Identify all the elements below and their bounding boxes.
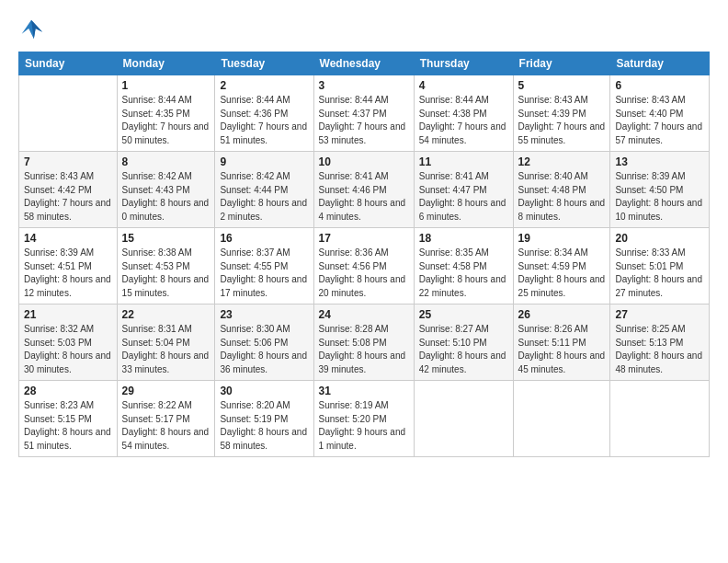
- calendar-cell: 18 Sunrise: 8:35 AM Sunset: 4:58 PM Dayl…: [414, 228, 513, 304]
- day-info: Sunrise: 8:20 AM Sunset: 5:19 PM Dayligh…: [220, 399, 308, 453]
- sunset-text: Sunset: 4:42 PM: [24, 185, 92, 195]
- calendar-cell: 6 Sunrise: 8:43 AM Sunset: 4:40 PM Dayli…: [610, 75, 710, 152]
- calendar-cell: 29 Sunrise: 8:22 AM Sunset: 5:17 PM Dayl…: [117, 381, 215, 457]
- day-number: 18: [419, 232, 508, 245]
- day-info: Sunrise: 8:25 AM Sunset: 5:13 PM Dayligh…: [615, 323, 704, 376]
- sunrise-text: Sunrise: 8:41 AM: [319, 171, 389, 181]
- day-info: Sunrise: 8:44 AM Sunset: 4:35 PM Dayligh…: [122, 94, 210, 147]
- calendar-header-row: SundayMondayTuesdayWednesdayThursdayFrid…: [19, 52, 710, 75]
- sunset-text: Sunset: 4:39 PM: [518, 109, 586, 119]
- daylight-text: Daylight: 7 hours and 53 minutes.: [319, 121, 406, 145]
- calendar-cell: 27 Sunrise: 8:25 AM Sunset: 5:13 PM Dayl…: [610, 304, 710, 381]
- calendar-cell: 5 Sunrise: 8:43 AM Sunset: 4:39 PM Dayli…: [513, 75, 610, 152]
- sunrise-text: Sunrise: 8:27 AM: [419, 324, 489, 334]
- sunset-text: Sunset: 5:17 PM: [122, 414, 190, 424]
- weekday-header-monday: Monday: [117, 52, 215, 75]
- day-info: Sunrise: 8:31 AM Sunset: 5:04 PM Dayligh…: [122, 323, 210, 376]
- day-number: 23: [220, 308, 308, 321]
- sunset-text: Sunset: 5:19 PM: [220, 414, 288, 424]
- sunset-text: Sunset: 4:58 PM: [419, 261, 487, 271]
- sunset-text: Sunset: 5:04 PM: [122, 338, 190, 348]
- day-info: Sunrise: 8:32 AM Sunset: 5:03 PM Dayligh…: [24, 323, 112, 376]
- sunset-text: Sunset: 4:35 PM: [122, 109, 190, 119]
- day-number: 5: [518, 79, 606, 92]
- day-info: Sunrise: 8:36 AM Sunset: 4:56 PM Dayligh…: [319, 247, 409, 300]
- logo-icon: [18, 17, 44, 42]
- sunrise-text: Sunrise: 8:37 AM: [220, 247, 290, 258]
- daylight-text: Daylight: 8 hours and 4 minutes.: [319, 198, 406, 222]
- daylight-text: Daylight: 8 hours and 58 minutes.: [220, 427, 307, 451]
- day-info: Sunrise: 8:28 AM Sunset: 5:08 PM Dayligh…: [319, 323, 409, 376]
- sunset-text: Sunset: 5:15 PM: [24, 414, 92, 424]
- sunrise-text: Sunrise: 8:28 AM: [319, 324, 389, 334]
- sunset-text: Sunset: 4:40 PM: [615, 109, 683, 119]
- sunrise-text: Sunrise: 8:32 AM: [24, 324, 94, 334]
- daylight-text: Daylight: 8 hours and 17 minutes.: [220, 274, 307, 298]
- day-info: Sunrise: 8:39 AM Sunset: 4:50 PM Dayligh…: [615, 170, 704, 224]
- day-info: Sunrise: 8:26 AM Sunset: 5:11 PM Dayligh…: [518, 323, 606, 376]
- daylight-text: Daylight: 8 hours and 36 minutes.: [220, 350, 307, 374]
- day-number: 25: [419, 308, 508, 321]
- day-info: Sunrise: 8:22 AM Sunset: 5:17 PM Dayligh…: [122, 399, 210, 453]
- daylight-text: Daylight: 9 hours and 1 minute.: [319, 427, 406, 451]
- day-number: 27: [615, 308, 704, 321]
- day-number: 31: [319, 385, 409, 397]
- sunset-text: Sunset: 5:06 PM: [220, 338, 288, 348]
- calendar-cell: 12 Sunrise: 8:40 AM Sunset: 4:48 PM Dayl…: [513, 152, 610, 228]
- day-number: 13: [615, 155, 704, 168]
- day-number: 28: [24, 385, 112, 397]
- sunset-text: Sunset: 4:38 PM: [419, 109, 487, 119]
- daylight-text: Daylight: 8 hours and 54 minutes.: [122, 427, 210, 451]
- day-number: 14: [24, 232, 112, 245]
- day-info: Sunrise: 8:42 AM Sunset: 4:44 PM Dayligh…: [220, 170, 308, 224]
- day-number: 26: [518, 308, 606, 321]
- calendar-cell: [513, 381, 610, 457]
- daylight-text: Daylight: 8 hours and 12 minutes.: [24, 274, 111, 298]
- calendar-week-row: 1 Sunrise: 8:44 AM Sunset: 4:35 PM Dayli…: [19, 75, 710, 152]
- sunset-text: Sunset: 4:37 PM: [319, 109, 387, 119]
- day-number: 6: [615, 79, 704, 92]
- day-number: 15: [122, 232, 210, 245]
- day-number: 21: [24, 308, 112, 321]
- day-number: 8: [122, 155, 210, 168]
- day-info: Sunrise: 8:23 AM Sunset: 5:15 PM Dayligh…: [24, 399, 112, 453]
- sunset-text: Sunset: 5:20 PM: [319, 414, 387, 424]
- sunrise-text: Sunrise: 8:22 AM: [122, 400, 192, 410]
- sunset-text: Sunset: 5:11 PM: [518, 338, 586, 348]
- calendar-week-row: 21 Sunrise: 8:32 AM Sunset: 5:03 PM Dayl…: [19, 304, 710, 381]
- sunset-text: Sunset: 4:36 PM: [220, 109, 288, 119]
- calendar-cell: 17 Sunrise: 8:36 AM Sunset: 4:56 PM Dayl…: [313, 228, 414, 304]
- day-info: Sunrise: 8:38 AM Sunset: 4:53 PM Dayligh…: [122, 247, 210, 300]
- sunrise-text: Sunrise: 8:30 AM: [220, 324, 290, 334]
- sunrise-text: Sunrise: 8:34 AM: [518, 247, 588, 258]
- calendar-cell: [414, 381, 513, 457]
- day-info: Sunrise: 8:44 AM Sunset: 4:37 PM Dayligh…: [319, 94, 409, 147]
- calendar-cell: 1 Sunrise: 8:44 AM Sunset: 4:35 PM Dayli…: [117, 75, 215, 152]
- day-number: 20: [615, 232, 704, 245]
- calendar-cell: 7 Sunrise: 8:43 AM Sunset: 4:42 PM Dayli…: [19, 152, 118, 228]
- calendar-cell: 23 Sunrise: 8:30 AM Sunset: 5:06 PM Dayl…: [215, 304, 313, 381]
- daylight-text: Daylight: 8 hours and 25 minutes.: [518, 274, 606, 298]
- sunset-text: Sunset: 5:13 PM: [615, 338, 683, 348]
- sunrise-text: Sunrise: 8:20 AM: [220, 400, 290, 410]
- day-number: 12: [518, 155, 606, 168]
- sunset-text: Sunset: 5:01 PM: [615, 261, 683, 271]
- sunset-text: Sunset: 4:53 PM: [122, 261, 190, 271]
- day-info: Sunrise: 8:41 AM Sunset: 4:46 PM Dayligh…: [319, 170, 409, 224]
- sunrise-text: Sunrise: 8:40 AM: [518, 171, 588, 181]
- daylight-text: Daylight: 8 hours and 8 minutes.: [518, 198, 606, 222]
- day-number: 9: [220, 155, 308, 168]
- daylight-text: Daylight: 7 hours and 58 minutes.: [24, 198, 111, 222]
- sunset-text: Sunset: 4:46 PM: [319, 185, 387, 195]
- sunrise-text: Sunrise: 8:33 AM: [615, 247, 685, 258]
- day-number: 22: [122, 308, 210, 321]
- daylight-text: Daylight: 8 hours and 51 minutes.: [24, 427, 111, 451]
- daylight-text: Daylight: 8 hours and 39 minutes.: [319, 350, 406, 374]
- header: [18, 17, 710, 42]
- day-info: Sunrise: 8:43 AM Sunset: 4:39 PM Dayligh…: [518, 94, 606, 147]
- weekday-header-wednesday: Wednesday: [313, 52, 414, 75]
- day-info: Sunrise: 8:34 AM Sunset: 4:59 PM Dayligh…: [518, 247, 606, 300]
- day-number: 3: [319, 79, 409, 92]
- calendar-cell: 26 Sunrise: 8:26 AM Sunset: 5:11 PM Dayl…: [513, 304, 610, 381]
- sunrise-text: Sunrise: 8:26 AM: [518, 324, 588, 334]
